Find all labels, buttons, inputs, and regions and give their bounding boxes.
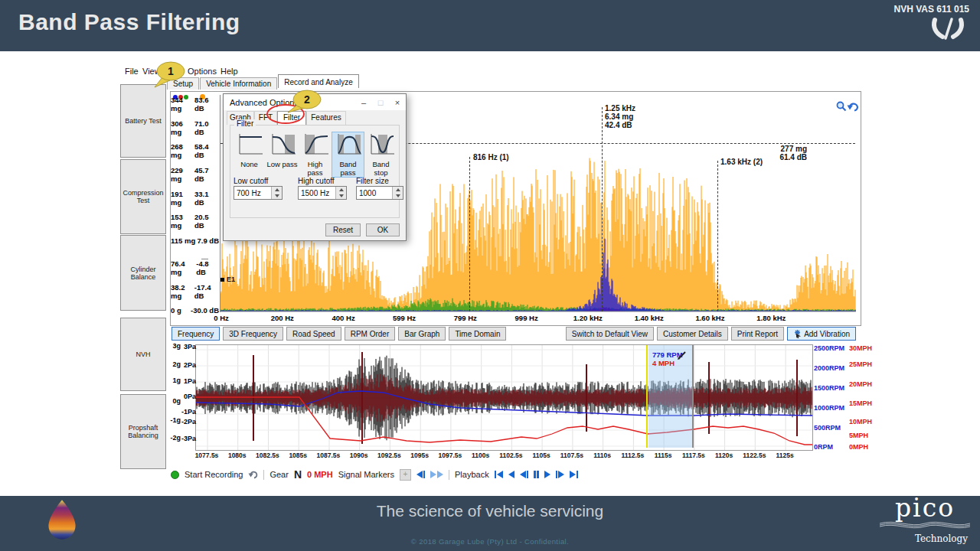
pa-axis-label: 0Pa: [181, 393, 196, 400]
sidebar-item-compression-test[interactable]: Compression Test: [120, 159, 166, 234]
filter-size-input[interactable]: 1000: [356, 186, 403, 200]
zoom-tool-icon[interactable]: [836, 101, 847, 112]
time-x-tick: 1082.5s: [250, 452, 284, 459]
reset-button[interactable]: Reset: [325, 223, 361, 236]
separator: [263, 470, 264, 480]
selection-end-line[interactable]: [692, 345, 694, 448]
order-marker-label: E1: [227, 276, 235, 284]
filter-option-low-pass[interactable]: Low pass: [266, 132, 298, 168]
action-button-add-vibration[interactable]: Add Vibration: [787, 327, 856, 341]
order-marker-square[interactable]: [220, 278, 224, 282]
peak-marker-line[interactable]: [602, 107, 603, 311]
tab-record-and-analyze[interactable]: Record and Analyze: [278, 74, 359, 88]
high-cutoff-input[interactable]: 1500 Hz: [298, 186, 347, 200]
view-button-rpm-order[interactable]: RPM Order: [345, 327, 396, 341]
play-icon[interactable]: [544, 471, 550, 478]
pause-icon[interactable]: [534, 471, 539, 478]
view-button-bar-graph[interactable]: Bar Graph: [398, 327, 446, 341]
spectrum-y-tick: 229 mg45.7 dB: [171, 166, 219, 183]
menu-item-options[interactable]: Options: [188, 67, 217, 76]
spectrum-x-tick: 999 Hz: [510, 314, 544, 322]
spectrum-x-tick: 1.60 kHz: [693, 314, 727, 322]
rewind-icon[interactable]: [508, 471, 514, 478]
filter-option-band-stop[interactable]: Band stop: [365, 132, 397, 177]
time-x-tick: 1085s: [281, 452, 315, 459]
slide-header: Band Pass Filtering NVH VAS 611 015: [0, 0, 980, 51]
mph-axis-label: 20MPH: [849, 380, 872, 388]
tab-vehicle-information[interactable]: Vehicle Information: [200, 77, 277, 90]
close-icon[interactable]: ×: [389, 98, 406, 107]
step-forward-icon[interactable]: [556, 471, 564, 478]
y-tick-db: 45.7 dB: [194, 166, 219, 183]
view-button-frequency[interactable]: Frequency: [172, 327, 220, 341]
app-tab-strip: SetupVehicle InformationRecord and Analy…: [167, 77, 360, 90]
y-tick-mg: 115 mg: [171, 236, 195, 245]
action-button-switch-to-default-view[interactable]: Switch to Default View: [566, 327, 654, 341]
filter-icon-high-pass: [302, 132, 329, 157]
spectrum-x-tick: 1.20 kHz: [571, 314, 605, 322]
spectrum-y-tick: 115 mg7.9 dB: [171, 236, 219, 245]
time-x-tick: 1087.5s: [312, 452, 345, 459]
mph-axis-label: 25MPH: [849, 360, 872, 368]
view-button-time-domain[interactable]: Time Domain: [449, 327, 506, 341]
skip-end-icon[interactable]: [570, 471, 578, 478]
sidebar-item-cylinder-balance[interactable]: Cylinder Balance: [120, 235, 166, 311]
undo-zoom-icon[interactable]: [847, 101, 858, 112]
undo-icon[interactable]: [248, 470, 258, 479]
low-cutoff-label: Low cutoff: [234, 177, 268, 185]
low-cutoff-spinner[interactable]: [271, 187, 282, 199]
time-domain-plot[interactable]: [195, 344, 813, 451]
sidebar-item-battery-test[interactable]: Battery Test: [120, 84, 166, 158]
reference-code: NVH VAS 611 015: [893, 4, 969, 15]
action-button-print-report[interactable]: Print Report: [731, 327, 784, 341]
filter-icon-band-pass: [335, 132, 362, 157]
time-x-tick: 1115s: [646, 452, 680, 459]
signal-markers-label: Signal Markers: [338, 470, 394, 479]
rpm-axis-label: 0RPM: [814, 443, 833, 451]
peak-db: 42.4 dB: [605, 121, 635, 129]
level-label: 277 mg 61.4 dB: [772, 145, 807, 161]
ok-button[interactable]: OK: [366, 223, 400, 236]
high-cutoff-spinner[interactable]: [335, 187, 346, 199]
filter-size-label: Filter size: [356, 177, 389, 185]
rpm-axis-label: 2000RPM: [814, 364, 844, 372]
time-cursor-line[interactable]: [646, 345, 648, 448]
view-button-3d-frequency[interactable]: 3D Frequency: [223, 327, 283, 341]
view-toolbar-left: Frequency3D FrequencyRoad SpeedRPM Order…: [172, 327, 509, 341]
y-tick-db: 33.1 dB: [194, 190, 219, 207]
view-button-road-speed[interactable]: Road Speed: [286, 327, 341, 341]
filter-size-spinner[interactable]: [392, 187, 403, 199]
low-cutoff-input[interactable]: 700 Hz: [234, 186, 283, 200]
mph-axis-label: 10MPH: [849, 418, 872, 425]
skip-start-icon[interactable]: [495, 471, 503, 478]
time-x-tick: 1102.5s: [494, 452, 528, 459]
pico-wordmark: pico: [877, 497, 972, 520]
y-tick-mg: 306 mg: [171, 119, 194, 136]
record-indicator-icon[interactable]: [171, 471, 179, 479]
add-marker-button[interactable]: +: [400, 469, 411, 481]
minimize-icon[interactable]: –: [355, 98, 372, 107]
y-tick-db: 20.5 dB: [194, 213, 219, 230]
peak-label: 1.25 kHz 6.34 mg 42.4 dB: [605, 104, 635, 129]
prev-marker-icon[interactable]: [416, 471, 425, 478]
sidebar-item-propshaft-balancing[interactable]: Propshaft Balancing: [120, 394, 166, 469]
filter-option-high-pass[interactable]: High pass: [299, 132, 331, 177]
filter-option-band-pass[interactable]: Band pass: [332, 132, 364, 177]
step-back-icon[interactable]: [520, 471, 528, 478]
maximize-icon[interactable]: □: [372, 98, 389, 107]
g-axis-label: 1g: [168, 377, 181, 384]
menu-item-help[interactable]: Help: [220, 67, 238, 76]
menu-item-file[interactable]: File: [125, 67, 139, 76]
y-tick-mg: 344 mg: [171, 96, 194, 112]
marker2-line[interactable]: [717, 161, 718, 311]
level-mg: 277 mg: [772, 145, 807, 153]
sidebar-item-nvh[interactable]: NVH: [120, 318, 166, 391]
y-tick-db: -17.4 dB: [194, 283, 219, 300]
start-recording-label[interactable]: Start Recording: [185, 470, 243, 479]
mph-axis-label: 0MPH: [849, 443, 868, 451]
next-marker-icon[interactable]: [430, 471, 443, 478]
spectrum-x-tick: 1.40 kHz: [632, 314, 666, 322]
action-button-customer-details[interactable]: Customer Details: [657, 327, 728, 341]
marker1-line[interactable]: [469, 157, 470, 311]
filter-option-none[interactable]: None: [234, 132, 265, 168]
